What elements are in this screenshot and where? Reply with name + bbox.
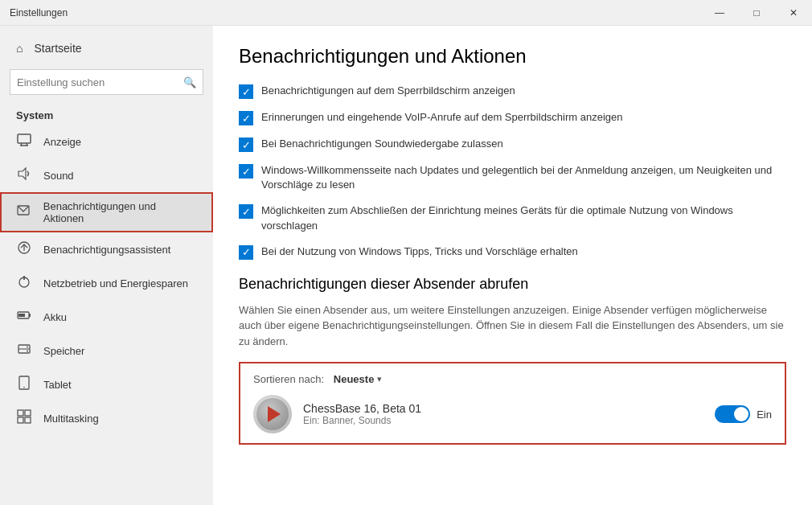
- checkbox-item-2: Erinnerungen und eingehende VoIP-Anrufe …: [239, 110, 786, 125]
- svg-rect-0: [18, 134, 31, 143]
- sidebar-label-speicher: Speicher: [43, 345, 84, 357]
- chevron-down-icon: ▾: [377, 374, 382, 384]
- sidebar-item-benachrichtigungen[interactable]: Benachrichtigungen und Aktionen: [0, 192, 213, 232]
- checkbox-6[interactable]: [239, 245, 253, 260]
- svg-marker-4: [18, 168, 26, 179]
- sidebar-item-netzbetrieb[interactable]: Netzbetrieb und Energiesparen: [0, 266, 213, 300]
- main-content: Benachrichtigungen und Aktionen Benachri…: [213, 26, 812, 505]
- checkbox-2[interactable]: [239, 111, 253, 125]
- home-icon: ⌂: [16, 42, 23, 55]
- checkbox-5[interactable]: [239, 204, 253, 219]
- minimize-button[interactable]: —: [701, 0, 738, 26]
- close-button[interactable]: ✕: [775, 0, 812, 26]
- maximize-button[interactable]: □: [738, 0, 775, 26]
- notification-icon: [16, 203, 32, 221]
- checkbox-item-3: Bei Benachrichtigungen Soundwiedergabe z…: [239, 137, 786, 152]
- sidebar-item-sound[interactable]: Sound: [0, 158, 213, 192]
- sidebar-label-tablet: Tablet: [43, 379, 72, 391]
- titlebar-controls: — □ ✕: [701, 0, 812, 25]
- sidebar-label-sound: Sound: [43, 170, 74, 182]
- svg-point-15: [27, 347, 28, 348]
- checkbox-item-5: Möglichkeiten zum Abschließen der Einric…: [239, 203, 786, 232]
- titlebar-title: Einstellungen: [10, 7, 68, 18]
- sidebar-search-container: 🔍: [10, 69, 203, 95]
- sidebar-section-title: System: [0, 101, 213, 125]
- svg-rect-11: [18, 314, 25, 317]
- toggle-label: Ein: [757, 409, 772, 421]
- toggle-container: Ein: [715, 405, 772, 423]
- sidebar: ⌂ Startseite 🔍 System Anzeige: [0, 26, 213, 505]
- checkbox-label-6: Bei der Nutzung von Windows Tipps, Trick…: [261, 244, 578, 259]
- sort-value[interactable]: Neueste: [334, 373, 375, 385]
- section2-title: Benachrichtigungen dieser Absender abruf…: [239, 276, 786, 293]
- search-input[interactable]: [17, 76, 183, 88]
- app-name: ChessBase 16, Beta 01: [303, 402, 703, 415]
- display-icon: [16, 133, 32, 150]
- storage-icon: [16, 342, 32, 359]
- sidebar-label-assistant: Benachrichtigungsassistent: [43, 244, 170, 256]
- svg-point-16: [27, 351, 28, 352]
- svg-point-18: [23, 387, 25, 388]
- sort-section: Sortieren nach: Neueste ▾ ChessBase 16, …: [239, 362, 786, 445]
- sidebar-label-benachrichtigungen: Benachrichtigungen und Aktionen: [43, 200, 197, 224]
- svg-rect-22: [25, 417, 31, 423]
- checkbox-item-6: Bei der Nutzung von Windows Tipps, Trick…: [239, 244, 786, 260]
- toggle-switch[interactable]: [715, 405, 750, 423]
- tablet-icon: [16, 376, 32, 393]
- checkbox-label-2: Erinnerungen und eingehende VoIP-Anrufe …: [261, 110, 623, 125]
- play-icon: [268, 406, 281, 422]
- app-icon-inner: [256, 398, 289, 430]
- sort-label: Sortieren nach:: [253, 373, 324, 385]
- titlebar: Einstellungen — □ ✕: [0, 0, 812, 26]
- sidebar-item-tablet[interactable]: Tablet: [0, 367, 213, 401]
- sidebar-label-netzbetrieb: Netzbetrieb und Energiesparen: [43, 277, 188, 289]
- sidebar-item-benachrichtigungsassistent[interactable]: Benachrichtigungsassistent: [0, 232, 213, 266]
- sidebar-label-anzeige: Anzeige: [43, 136, 81, 148]
- checkbox-1[interactable]: [239, 84, 253, 99]
- sound-icon: [16, 166, 32, 184]
- sidebar-home-button[interactable]: ⌂ Startseite: [0, 34, 213, 63]
- app-item-chessbase: ChessBase 16, Beta 01 Ein: Banner, Sound…: [253, 395, 772, 433]
- checkbox-label-3: Bei Benachrichtigungen Soundwiedergabe z…: [261, 137, 503, 151]
- search-icon: 🔍: [183, 76, 196, 88]
- checkbox-3[interactable]: [239, 138, 253, 152]
- battery-icon: [16, 308, 32, 326]
- sidebar-item-multitasking[interactable]: Multitasking: [0, 401, 213, 435]
- multitasking-icon: [16, 409, 32, 427]
- sidebar-item-akku[interactable]: Akku: [0, 300, 213, 334]
- checkbox-label-1: Benachrichtigungen auf dem Sperrbildschi…: [261, 84, 515, 98]
- svg-rect-20: [25, 410, 31, 416]
- checkbox-4[interactable]: [239, 164, 253, 179]
- app-sub: Ein: Banner, Sounds: [303, 415, 703, 426]
- app-body: ⌂ Startseite 🔍 System Anzeige: [0, 26, 812, 505]
- checkbox-item-1: Benachrichtigungen auf dem Sperrbildschi…: [239, 84, 786, 99]
- sidebar-label-multitasking: Multitasking: [43, 413, 99, 425]
- sidebar-item-anzeige[interactable]: Anzeige: [0, 125, 213, 158]
- app-icon-chessbase: [253, 395, 292, 433]
- checkbox-label-4: Windows-Willkommensseite nach Updates un…: [261, 163, 786, 192]
- svg-rect-19: [18, 410, 23, 416]
- checkbox-label-5: Möglichkeiten zum Abschließen der Einric…: [261, 203, 786, 232]
- sidebar-home-label: Startseite: [34, 42, 81, 55]
- sort-bar: Sortieren nach: Neueste ▾: [253, 373, 772, 385]
- svg-rect-21: [18, 417, 23, 423]
- app-info: ChessBase 16, Beta 01 Ein: Banner, Sound…: [303, 402, 703, 426]
- assistant-icon: [16, 240, 32, 258]
- power-icon: [16, 274, 32, 292]
- sidebar-label-akku: Akku: [43, 311, 67, 323]
- section2-desc: Wählen Sie einen Absender aus, um weiter…: [239, 302, 786, 350]
- page-title: Benachrichtigungen und Aktionen: [239, 45, 786, 68]
- checkbox-item-4: Windows-Willkommensseite nach Updates un…: [239, 163, 786, 192]
- sidebar-item-speicher[interactable]: Speicher: [0, 334, 213, 367]
- svg-rect-12: [29, 314, 31, 317]
